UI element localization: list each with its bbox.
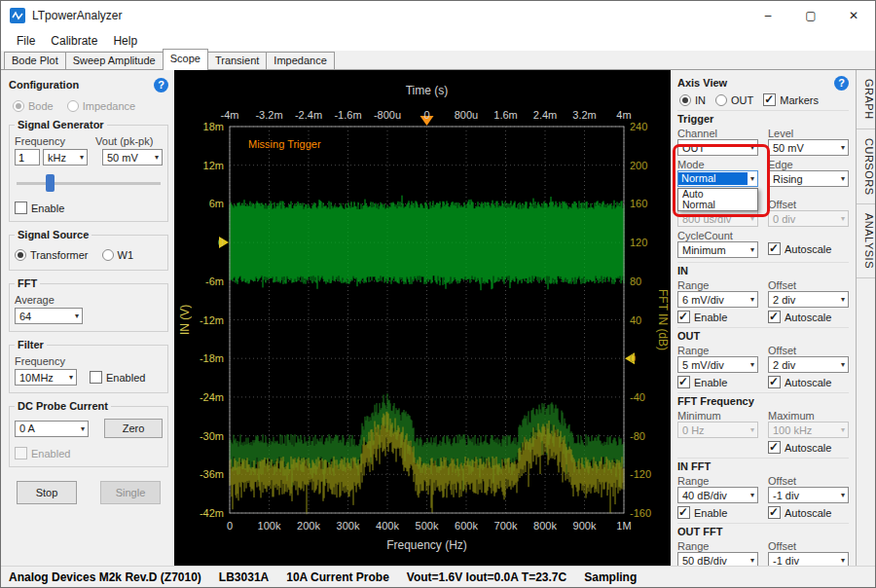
in-fft-enable-checkbox[interactable]: Enable <box>677 506 758 519</box>
trigger-offset-select[interactable]: 0 div ▾ <box>768 210 849 227</box>
tab-bode-plot[interactable]: Bode Plot <box>4 52 66 69</box>
trigger-mode-label: Mode <box>677 159 758 170</box>
in-title: IN <box>677 265 849 277</box>
tab-scope[interactable]: Scope <box>163 49 208 70</box>
checkbox-icon <box>15 202 27 214</box>
in-tick-label: -30m <box>177 430 224 442</box>
trigger-level-select[interactable]: 50 mV ▾ <box>768 139 849 156</box>
in-tick-label: -18m <box>177 352 224 364</box>
out-enable-checkbox[interactable]: Enable <box>677 376 758 388</box>
titlebar: LTpowerAnalyzer – ▢ ✕ <box>1 1 875 30</box>
fft-tick-label: 120 <box>630 237 671 248</box>
spacer <box>677 441 758 454</box>
radio-icon <box>102 249 114 261</box>
fft-tick-label: 240 <box>630 121 671 132</box>
probe-enabled-checkbox[interactable]: Enabled <box>15 447 70 459</box>
menu-calibrate[interactable]: Calibrate <box>43 32 105 50</box>
trigger-autoscale-checkbox[interactable]: Autoscale <box>768 242 831 255</box>
minimize-icon: – <box>765 9 772 22</box>
out-autoscale-checkbox[interactable]: Autoscale <box>768 376 849 388</box>
average-select[interactable]: 64 ▾ <box>15 308 83 324</box>
frequency-tick-label: 1M <box>602 520 645 532</box>
help-icon[interactable]: ? <box>154 78 168 92</box>
chevron-down-icon: ▾ <box>750 295 754 304</box>
time-tick-label: 4m <box>602 109 645 121</box>
help-icon[interactable]: ? <box>834 76 849 91</box>
zero-button[interactable]: Zero <box>104 419 163 438</box>
trigger-time-select[interactable]: 800 us/div ▾ <box>677 210 758 227</box>
impedance-radio[interactable]: Impedance <box>67 100 135 112</box>
side-tab-analysis[interactable]: ANALYSIS <box>857 204 875 278</box>
impedance-label: Impedance <box>83 100 135 112</box>
scope-canvas[interactable] <box>230 127 624 513</box>
in-fft-autoscale-checkbox[interactable]: Autoscale <box>768 506 849 519</box>
cyclecount-select[interactable]: Minimum ▾ <box>677 241 758 258</box>
menubar: File Calibrate Help <box>1 30 875 51</box>
out-offset-select[interactable]: 2 div ▾ <box>768 356 849 373</box>
axis-view-out-radio[interactable]: OUT <box>715 94 753 106</box>
filter-enabled-checkbox[interactable]: Enabled <box>90 371 145 384</box>
dc-probe-current-select[interactable]: 0 A ▾ <box>15 421 89 437</box>
slider-thumb[interactable] <box>46 174 55 192</box>
stop-button[interactable]: Stop <box>17 481 77 504</box>
trigger-channel-select[interactable]: OUT ▾ <box>677 139 758 156</box>
transformer-radio[interactable]: Transformer <box>15 249 89 261</box>
out-title: OUT <box>677 330 849 343</box>
frequency-tick-label: 900k <box>564 520 606 532</box>
fft-maximum-select[interactable]: 100 kHz ▾ <box>768 422 849 438</box>
in-range-value: 6 mV/div <box>682 294 724 306</box>
trigger-level-value: 50 mV <box>773 142 804 154</box>
signal-source-title: Signal Source <box>15 229 91 240</box>
in-fft-offset-value: -1 div <box>773 490 799 501</box>
minimize-button[interactable]: – <box>747 1 789 30</box>
in-offset-select[interactable]: 2 div ▾ <box>768 291 849 308</box>
in-autoscale-checkbox[interactable]: Autoscale <box>768 311 849 323</box>
frequency-tick-label: 200k <box>287 520 330 532</box>
frequency-unit-select[interactable]: kHz ▾ <box>43 149 88 165</box>
out-fft-offset-select[interactable]: -1 div ▾ <box>768 552 849 566</box>
fft-minimum-select[interactable]: 0 Hz ▾ <box>677 422 758 438</box>
in-tick-label: -6m <box>177 276 224 287</box>
chevron-down-icon: ▾ <box>841 556 845 565</box>
trigger-edge-value: Rising <box>773 173 803 185</box>
filter-enabled-label: Enabled <box>106 372 145 384</box>
cyclecount-value: Minimum <box>682 244 726 256</box>
tab-transient[interactable]: Transient <box>207 52 267 69</box>
markers-checkbox[interactable]: Markers <box>763 93 819 106</box>
tab-sweep-amplitude[interactable]: Sweep Amplitude <box>65 52 164 69</box>
trigger-level-label: Level <box>768 128 849 139</box>
trigger-edge-select[interactable]: Rising ▾ <box>768 170 849 187</box>
maximize-button[interactable]: ▢ <box>789 1 832 30</box>
w1-radio[interactable]: W1 <box>102 249 134 261</box>
frequency-input[interactable] <box>15 149 40 165</box>
chevron-down-icon: ▾ <box>841 425 845 434</box>
fft-tick-label: 0 <box>630 352 671 364</box>
in-fft-offset-select[interactable]: -1 div ▾ <box>768 487 849 503</box>
generator-enable-checkbox[interactable]: Enable <box>15 202 64 214</box>
axis-view-in-radio[interactable]: IN <box>679 94 706 106</box>
checkbox-icon <box>768 441 781 454</box>
vout-select[interactable]: 50 mV ▾ <box>102 149 163 165</box>
fft-frequency-autoscale-checkbox[interactable]: Autoscale <box>768 441 849 454</box>
in-enable-checkbox[interactable]: Enable <box>677 311 758 323</box>
frequency-tick-label: 700k <box>485 520 528 532</box>
side-tab-cursors[interactable]: CURSORS <box>857 129 875 205</box>
out-range-value: 5 mV/div <box>682 359 724 371</box>
dropdown-option-normal[interactable]: Normal <box>678 200 757 210</box>
close-button[interactable]: ✕ <box>832 1 875 30</box>
menu-file[interactable]: File <box>9 32 43 50</box>
tab-impedance[interactable]: Impedance <box>266 52 334 69</box>
bode-radio[interactable]: Bode <box>13 100 54 112</box>
fft-tick-label: -160 <box>630 507 671 519</box>
out-range-select[interactable]: 5 mV/div ▾ <box>677 356 758 373</box>
dc-probe-current-value: 0 A <box>19 423 35 434</box>
amplitude-slider[interactable] <box>17 172 161 194</box>
single-button[interactable]: Single <box>100 481 161 504</box>
trigger-mode-select[interactable]: Normal ▾ <box>677 170 758 187</box>
out-fft-range-select[interactable]: 50 dB/div ▾ <box>677 552 758 566</box>
menu-help[interactable]: Help <box>105 32 145 50</box>
in-range-select[interactable]: 6 mV/div ▾ <box>677 291 758 308</box>
in-fft-range-select[interactable]: 40 dB/div ▾ <box>677 487 758 503</box>
filter-frequency-select[interactable]: 10MHz ▾ <box>15 369 77 386</box>
side-tab-graph[interactable]: GRAPH <box>857 70 875 129</box>
